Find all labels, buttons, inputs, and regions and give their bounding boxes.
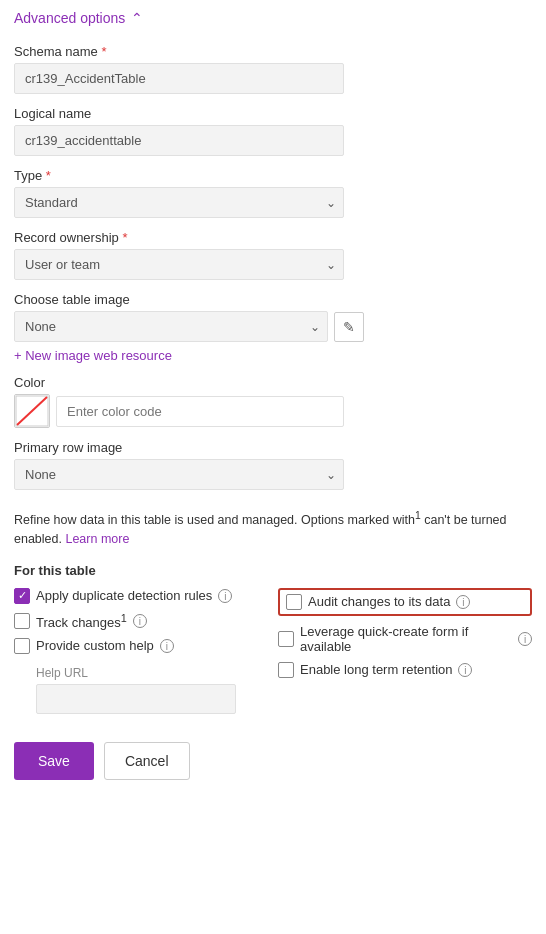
- checkbox-enable-long-term: Enable long term retention i: [278, 662, 532, 678]
- record-ownership-label: Record ownership *: [14, 230, 532, 245]
- edit-image-button[interactable]: ✎: [334, 312, 364, 342]
- checkbox-provide-custom-help: Provide custom help i: [14, 638, 268, 654]
- checkbox-track-changes: Track changes1 i: [14, 612, 268, 630]
- color-label: Color: [14, 375, 532, 390]
- footer-buttons: Save Cancel: [14, 742, 532, 780]
- enable-long-term-checkbox[interactable]: [278, 662, 294, 678]
- new-image-link[interactable]: + New image web resource: [14, 348, 532, 363]
- primary-row-image-field: Primary row image None ⌄: [14, 440, 532, 490]
- left-checkbox-col: Apply duplicate detection rules i Track …: [14, 588, 268, 714]
- right-checkbox-col: Audit changes to its data i Leverage qui…: [278, 588, 532, 714]
- table-image-field: Choose table image None ⌄ ✎ + New image …: [14, 292, 532, 363]
- table-image-label: Choose table image: [14, 292, 532, 307]
- track-changes-checkbox[interactable]: [14, 613, 30, 629]
- color-input[interactable]: [56, 396, 344, 427]
- logical-name-input[interactable]: [14, 125, 344, 156]
- help-url-section: Help URL: [14, 666, 268, 714]
- table-image-select[interactable]: None: [14, 311, 328, 342]
- checkbox-apply-duplicate: Apply duplicate detection rules i: [14, 588, 268, 604]
- chevron-up-icon: ⌃: [131, 10, 143, 26]
- provide-custom-help-label: Provide custom help: [36, 638, 154, 653]
- apply-duplicate-checkbox[interactable]: [14, 588, 30, 604]
- apply-duplicate-info-icon[interactable]: i: [218, 589, 232, 603]
- track-changes-info-icon[interactable]: i: [133, 614, 147, 628]
- schema-name-field: Schema name *: [14, 44, 532, 94]
- primary-row-image-select[interactable]: None: [14, 459, 344, 490]
- audit-changes-checkbox[interactable]: [286, 594, 302, 610]
- for-this-table-heading: For this table: [14, 563, 532, 578]
- learn-more-link[interactable]: Learn more: [65, 532, 129, 546]
- cancel-button[interactable]: Cancel: [104, 742, 190, 780]
- logical-name-field: Logical name: [14, 106, 532, 156]
- provide-custom-help-checkbox[interactable]: [14, 638, 30, 654]
- schema-name-required: *: [101, 44, 106, 59]
- schema-name-label: Schema name *: [14, 44, 532, 59]
- primary-row-image-label: Primary row image: [14, 440, 532, 455]
- leverage-quick-info-icon[interactable]: i: [518, 632, 532, 646]
- color-swatch[interactable]: [14, 394, 50, 428]
- advanced-options-title: Advanced options: [14, 10, 125, 26]
- record-ownership-field: Record ownership * User or team ⌄: [14, 230, 532, 280]
- checkbox-audit-changes: Audit changes to its data i: [278, 588, 532, 616]
- apply-duplicate-label: Apply duplicate detection rules: [36, 588, 212, 603]
- logical-name-label: Logical name: [14, 106, 532, 121]
- provide-custom-help-info-icon[interactable]: i: [160, 639, 174, 653]
- record-ownership-select[interactable]: User or team: [14, 249, 344, 280]
- checkboxes-section: Apply duplicate detection rules i Track …: [14, 588, 532, 714]
- color-slash-icon: [15, 395, 49, 427]
- enable-long-term-info-icon[interactable]: i: [458, 663, 472, 677]
- refine-text: Refine how data in this table is used an…: [14, 508, 532, 549]
- advanced-options-header[interactable]: Advanced options ⌃: [14, 10, 532, 26]
- color-field: Color: [14, 375, 532, 428]
- leverage-quick-checkbox[interactable]: [278, 631, 294, 647]
- type-select[interactable]: Standard: [14, 187, 344, 218]
- schema-name-input[interactable]: [14, 63, 344, 94]
- enable-long-term-label: Enable long term retention: [300, 662, 452, 677]
- type-field: Type * Standard ⌄: [14, 168, 532, 218]
- audit-changes-info-icon[interactable]: i: [456, 595, 470, 609]
- help-url-input[interactable]: [36, 684, 236, 714]
- checkbox-leverage-quick: Leverage quick-create form if available …: [278, 624, 532, 654]
- save-button[interactable]: Save: [14, 742, 94, 780]
- audit-changes-label: Audit changes to its data: [308, 594, 450, 609]
- type-label: Type *: [14, 168, 532, 183]
- help-url-label: Help URL: [36, 666, 268, 680]
- leverage-quick-label: Leverage quick-create form if available: [300, 624, 512, 654]
- track-changes-label: Track changes1: [36, 612, 127, 630]
